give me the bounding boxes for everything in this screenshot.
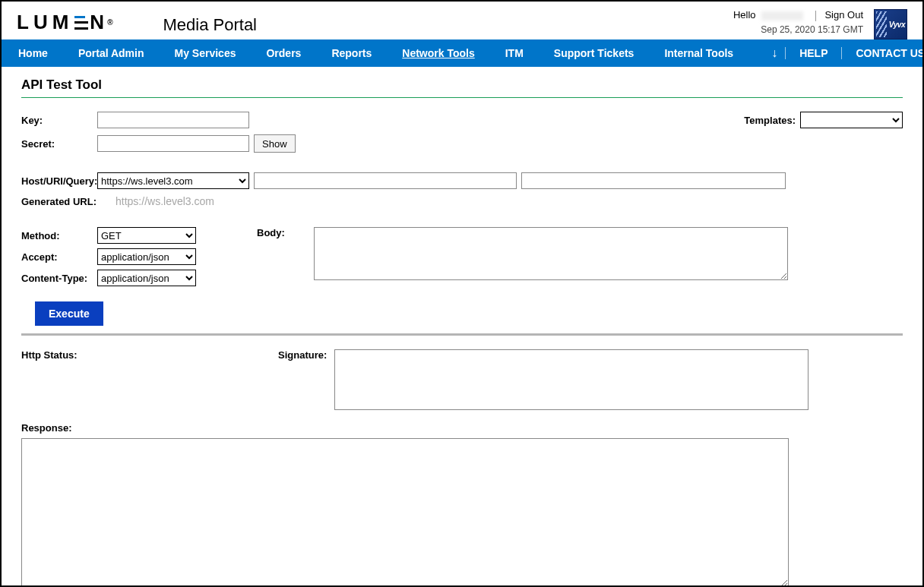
vyvx-logo: Vyvx [874, 9, 907, 39]
vyvx-logo-text: Vyvx [889, 21, 905, 29]
nav-internal-tools[interactable]: Internal Tools [664, 47, 733, 59]
logo-letter: L [17, 11, 33, 34]
title-divider [21, 97, 903, 98]
content-type-select[interactable]: application/json [97, 270, 196, 286]
app-frame: L U M N ® Media Portal Hello Sign Out Se… [0, 0, 924, 587]
generated-url-row: Generated URL: https://ws.level3.com [21, 195, 903, 207]
body-textarea[interactable] [314, 227, 788, 280]
navbar: Home Portal Admin My Services Orders Rep… [2, 39, 922, 67]
secret-row: Secret: Show [21, 134, 903, 153]
signature-label: Signature: [278, 349, 334, 361]
content: API Test Tool Key: Templates: Secret: Sh… [2, 67, 922, 587]
timestamp: Sep 25, 2020 15:17 GMT [733, 24, 863, 35]
divider [815, 11, 816, 21]
nav-help[interactable]: HELP [785, 47, 842, 59]
nav-support-tickets[interactable]: Support Tickets [554, 47, 634, 59]
greeting-line: Hello Sign Out [733, 9, 863, 21]
portal-title: Media Portal [163, 15, 258, 35]
body-block: Body: [257, 227, 788, 280]
method-row: Method: GET [21, 227, 196, 244]
page-title: API Test Tool [21, 77, 903, 93]
header: L U M N ® Media Portal Hello Sign Out Se… [2, 2, 922, 39]
logo-letter: M [52, 11, 74, 34]
method-left: Method: GET Accept: application/json Con… [21, 227, 196, 291]
status-signature-row: Http Status: Signature: [21, 349, 903, 410]
secret-label: Secret: [21, 138, 97, 150]
lumen-logo: L U M N ® [17, 11, 118, 34]
key-label: Key: [21, 115, 97, 126]
method-block: Method: GET Accept: application/json Con… [21, 227, 903, 291]
signature-textarea[interactable] [334, 349, 808, 410]
sign-out-link[interactable]: Sign Out [824, 9, 863, 21]
templates-select[interactable] [800, 112, 903, 128]
nav-contact-us[interactable]: CONTACT US [842, 47, 924, 59]
templates-group: Templates: [744, 112, 903, 128]
nav-network-tools[interactable]: Network Tools [402, 47, 474, 59]
nav-portal-admin[interactable]: Portal Admin [78, 47, 144, 59]
secret-input[interactable] [97, 135, 249, 152]
generated-url-label: Generated URL: [21, 196, 114, 207]
response-label: Response: [21, 422, 903, 434]
header-right: Hello Sign Out Sep 25, 2020 15:17 GMT Vy… [733, 9, 907, 39]
show-button[interactable]: Show [254, 134, 296, 153]
accept-select[interactable]: application/json [97, 248, 196, 265]
greeting-block: Hello Sign Out Sep 25, 2020 15:17 GMT [733, 9, 863, 35]
nav-orders[interactable]: Orders [266, 47, 301, 59]
nav-scroll-icon[interactable]: ↓ [764, 46, 785, 60]
http-status-label: Http Status: [21, 349, 278, 361]
nav-contact-label: CONTACT US [856, 47, 924, 59]
body-label: Body: [257, 227, 285, 238]
query-input[interactable] [521, 172, 786, 189]
host-label: Host/URI/Query: [21, 175, 97, 187]
logo-mark: ® [107, 18, 117, 27]
key-row: Key: Templates: [21, 112, 903, 128]
nav-reports[interactable]: Reports [331, 47, 372, 59]
host-select[interactable]: https://ws.level3.com [97, 172, 249, 189]
host-row: Host/URI/Query: https://ws.level3.com [21, 172, 903, 189]
greeting-text: Hello [733, 9, 756, 21]
username-redacted [761, 11, 803, 21]
method-label: Method: [21, 230, 97, 241]
nav-right: ↓ HELP CONTACT US [764, 46, 924, 60]
content-type-label: Content-Type: [21, 273, 97, 284]
method-select[interactable]: GET [97, 227, 196, 244]
content-type-row: Content-Type: application/json [21, 270, 196, 286]
nav-itm[interactable]: ITM [505, 47, 524, 59]
logo-letter: N [90, 11, 109, 34]
nav-my-services[interactable]: My Services [175, 47, 236, 59]
accept-label: Accept: [21, 251, 97, 263]
logo-letter: U [33, 11, 52, 34]
execute-button[interactable]: Execute [35, 301, 103, 326]
templates-label: Templates: [744, 115, 796, 126]
accept-row: Accept: application/json [21, 248, 196, 265]
uri-input[interactable] [254, 172, 517, 189]
key-input[interactable] [97, 112, 249, 128]
generated-url-value: https://ws.level3.com [115, 195, 214, 207]
nav-home[interactable]: Home [18, 47, 48, 59]
logo-bars-icon [74, 16, 88, 30]
response-textarea[interactable] [21, 438, 789, 587]
section-divider [21, 333, 903, 336]
